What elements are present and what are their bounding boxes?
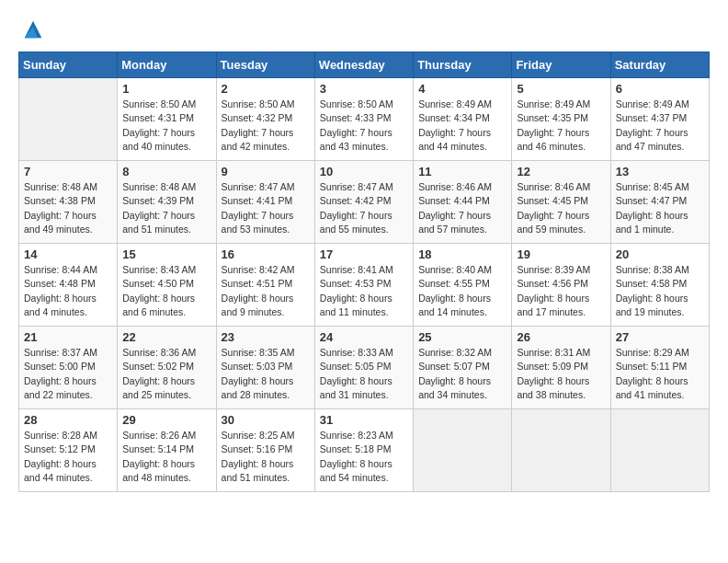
day-info: Sunrise: 8:35 AMSunset: 5:03 PMDaylight:…	[222, 346, 310, 402]
calendar-table: SundayMondayTuesdayWednesdayThursdayFrid…	[18, 52, 710, 492]
calendar-cell: 2Sunrise: 8:50 AMSunset: 4:32 PMDaylight…	[216, 78, 314, 161]
day-number: 15	[122, 247, 210, 261]
day-info: Sunrise: 8:43 AMSunset: 4:50 PMDaylight:…	[122, 263, 210, 319]
day-number: 30	[222, 413, 310, 427]
day-info: Sunrise: 8:41 AMSunset: 4:53 PMDaylight:…	[320, 263, 408, 319]
calendar-cell: 30Sunrise: 8:25 AMSunset: 5:16 PMDayligh…	[216, 409, 314, 492]
calendar-cell: 10Sunrise: 8:47 AMSunset: 4:42 PMDayligh…	[314, 161, 413, 244]
day-info: Sunrise: 8:42 AMSunset: 4:51 PMDaylight:…	[222, 263, 310, 319]
day-info: Sunrise: 8:29 AMSunset: 5:11 PMDaylight:…	[616, 346, 704, 402]
day-number: 6	[616, 82, 704, 96]
day-info: Sunrise: 8:49 AMSunset: 4:37 PMDaylight:…	[616, 98, 704, 154]
day-number: 31	[320, 413, 408, 427]
calendar-cell: 5Sunrise: 8:49 AMSunset: 4:35 PMDaylight…	[512, 78, 610, 161]
day-number: 3	[320, 82, 408, 96]
day-info: Sunrise: 8:44 AMSunset: 4:48 PMDaylight:…	[24, 263, 112, 319]
calendar-cell: 24Sunrise: 8:33 AMSunset: 5:05 PMDayligh…	[314, 327, 413, 409]
calendar-cell: 20Sunrise: 8:38 AMSunset: 4:58 PMDayligh…	[610, 244, 709, 327]
calendar-cell: 15Sunrise: 8:43 AMSunset: 4:50 PMDayligh…	[118, 244, 216, 327]
day-number: 25	[418, 330, 506, 344]
day-info: Sunrise: 8:33 AMSunset: 5:05 PMDaylight:…	[320, 346, 408, 402]
day-info: Sunrise: 8:36 AMSunset: 5:02 PMDaylight:…	[122, 346, 210, 402]
calendar-week-1: 7Sunrise: 8:48 AMSunset: 4:38 PMDaylight…	[19, 161, 710, 244]
day-info: Sunrise: 8:32 AMSunset: 5:07 PMDaylight:…	[418, 346, 506, 402]
calendar-cell: 4Sunrise: 8:49 AMSunset: 4:34 PMDaylight…	[414, 78, 512, 161]
day-number: 27	[616, 330, 704, 344]
day-number: 17	[320, 247, 408, 261]
calendar-week-4: 28Sunrise: 8:28 AMSunset: 5:12 PMDayligh…	[19, 409, 710, 492]
day-info: Sunrise: 8:25 AMSunset: 5:16 PMDaylight:…	[222, 429, 310, 485]
calendar-cell: 28Sunrise: 8:28 AMSunset: 5:12 PMDayligh…	[19, 409, 118, 492]
header-monday: Monday	[118, 52, 216, 78]
day-number: 29	[122, 413, 210, 427]
day-number: 1	[122, 82, 210, 96]
page-header	[18, 18, 710, 44]
calendar-cell: 11Sunrise: 8:46 AMSunset: 4:44 PMDayligh…	[414, 161, 512, 244]
day-number: 18	[418, 247, 506, 261]
day-number: 19	[517, 247, 605, 261]
day-info: Sunrise: 8:28 AMSunset: 5:12 PMDaylight:…	[24, 429, 112, 485]
calendar-week-0: 1Sunrise: 8:50 AMSunset: 4:31 PMDaylight…	[19, 78, 710, 161]
day-info: Sunrise: 8:39 AMSunset: 4:56 PMDaylight:…	[517, 263, 605, 319]
day-number: 7	[24, 165, 112, 178]
header-wednesday: Wednesday	[314, 52, 413, 78]
day-info: Sunrise: 8:38 AMSunset: 4:58 PMDaylight:…	[616, 263, 704, 319]
calendar-cell: 22Sunrise: 8:36 AMSunset: 5:02 PMDayligh…	[118, 327, 216, 409]
calendar-cell: 26Sunrise: 8:31 AMSunset: 5:09 PMDayligh…	[512, 327, 610, 409]
day-info: Sunrise: 8:48 AMSunset: 4:38 PMDaylight:…	[24, 180, 112, 236]
day-number: 23	[222, 330, 310, 344]
calendar-cell: 31Sunrise: 8:23 AMSunset: 5:18 PMDayligh…	[314, 409, 413, 492]
calendar-cell	[19, 78, 118, 161]
day-info: Sunrise: 8:50 AMSunset: 4:32 PMDaylight:…	[222, 98, 310, 154]
day-number: 13	[616, 165, 704, 178]
day-info: Sunrise: 8:46 AMSunset: 4:44 PMDaylight:…	[418, 180, 506, 236]
header-friday: Friday	[512, 52, 610, 78]
calendar-cell: 21Sunrise: 8:37 AMSunset: 5:00 PMDayligh…	[19, 327, 118, 409]
calendar-cell: 6Sunrise: 8:49 AMSunset: 4:37 PMDaylight…	[610, 78, 709, 161]
day-info: Sunrise: 8:46 AMSunset: 4:45 PMDaylight:…	[517, 180, 605, 236]
day-info: Sunrise: 8:45 AMSunset: 4:47 PMDaylight:…	[616, 180, 704, 236]
calendar-cell: 17Sunrise: 8:41 AMSunset: 4:53 PMDayligh…	[314, 244, 413, 327]
calendar-cell: 13Sunrise: 8:45 AMSunset: 4:47 PMDayligh…	[610, 161, 709, 244]
logo	[18, 22, 46, 44]
day-number: 4	[418, 82, 506, 96]
calendar-cell: 16Sunrise: 8:42 AMSunset: 4:51 PMDayligh…	[216, 244, 314, 327]
calendar-cell: 8Sunrise: 8:48 AMSunset: 4:39 PMDaylight…	[118, 161, 216, 244]
calendar-week-2: 14Sunrise: 8:44 AMSunset: 4:48 PMDayligh…	[19, 244, 710, 327]
day-number: 5	[517, 82, 605, 96]
calendar-cell	[610, 409, 709, 492]
day-number: 14	[24, 247, 112, 261]
day-header-row: SundayMondayTuesdayWednesdayThursdayFrid…	[19, 52, 710, 78]
day-number: 26	[517, 330, 605, 344]
day-info: Sunrise: 8:49 AMSunset: 4:34 PMDaylight:…	[418, 98, 506, 154]
day-info: Sunrise: 8:48 AMSunset: 4:39 PMDaylight:…	[122, 180, 210, 236]
day-number: 9	[222, 165, 310, 178]
day-number: 16	[222, 247, 310, 261]
header-saturday: Saturday	[610, 52, 709, 78]
day-info: Sunrise: 8:31 AMSunset: 5:09 PMDaylight:…	[517, 346, 605, 402]
day-info: Sunrise: 8:47 AMSunset: 4:41 PMDaylight:…	[222, 180, 310, 236]
day-info: Sunrise: 8:50 AMSunset: 4:31 PMDaylight:…	[122, 98, 210, 154]
calendar-cell: 3Sunrise: 8:50 AMSunset: 4:33 PMDaylight…	[314, 78, 413, 161]
calendar-cell: 27Sunrise: 8:29 AMSunset: 5:11 PMDayligh…	[610, 327, 709, 409]
calendar-cell	[512, 409, 610, 492]
header-thursday: Thursday	[414, 52, 512, 78]
calendar-cell: 1Sunrise: 8:50 AMSunset: 4:31 PMDaylight…	[118, 78, 216, 161]
calendar-cell: 9Sunrise: 8:47 AMSunset: 4:41 PMDaylight…	[216, 161, 314, 244]
day-number: 20	[616, 247, 704, 261]
calendar-cell: 23Sunrise: 8:35 AMSunset: 5:03 PMDayligh…	[216, 327, 314, 409]
day-info: Sunrise: 8:40 AMSunset: 4:55 PMDaylight:…	[418, 263, 506, 319]
header-sunday: Sunday	[19, 52, 118, 78]
day-number: 10	[320, 165, 408, 178]
day-number: 28	[24, 413, 112, 427]
day-number: 8	[122, 165, 210, 178]
day-info: Sunrise: 8:26 AMSunset: 5:14 PMDaylight:…	[122, 429, 210, 485]
calendar-cell: 14Sunrise: 8:44 AMSunset: 4:48 PMDayligh…	[19, 244, 118, 327]
day-number: 12	[517, 165, 605, 178]
day-info: Sunrise: 8:37 AMSunset: 5:00 PMDaylight:…	[24, 346, 112, 402]
day-number: 22	[122, 330, 210, 344]
day-number: 11	[418, 165, 506, 178]
calendar-week-3: 21Sunrise: 8:37 AMSunset: 5:00 PMDayligh…	[19, 327, 710, 409]
day-info: Sunrise: 8:50 AMSunset: 4:33 PMDaylight:…	[320, 98, 408, 154]
day-info: Sunrise: 8:49 AMSunset: 4:35 PMDaylight:…	[517, 98, 605, 154]
